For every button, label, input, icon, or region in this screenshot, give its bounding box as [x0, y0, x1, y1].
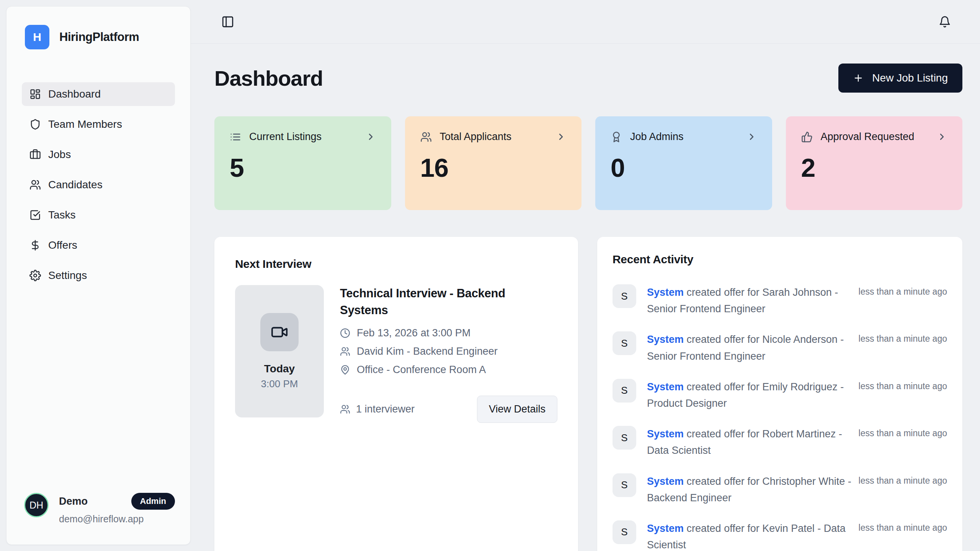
- sidebar-item-jobs[interactable]: Jobs: [22, 143, 175, 166]
- recent-activity-heading: Recent Activity: [612, 253, 947, 266]
- sidebar-item-candidates[interactable]: Candidates: [22, 173, 175, 197]
- brand: H HiringPlatform: [7, 7, 190, 49]
- activity-actor-link[interactable]: System: [647, 428, 684, 440]
- activity-avatar: S: [612, 331, 636, 355]
- stat-value: 0: [611, 153, 757, 183]
- sidebar-item-label: Dashboard: [48, 88, 101, 100]
- activity-timestamp: less than a minute ago: [859, 520, 947, 533]
- chevron-right-icon: [937, 132, 947, 142]
- users-icon: [29, 179, 41, 191]
- sidebar-item-label: Offers: [48, 239, 77, 251]
- activity-actor-link[interactable]: System: [647, 334, 684, 345]
- main-content: Dashboard New Job Listing Current Listin…: [191, 44, 980, 551]
- activity-actor-link[interactable]: System: [647, 523, 684, 534]
- thumbs-up-icon: [801, 131, 813, 143]
- sidebar-user[interactable]: DH Demo Admin demo@hireflow.app: [24, 493, 175, 525]
- brand-logo: H: [25, 25, 49, 49]
- video-icon: [260, 313, 299, 351]
- stat-label: Total Applicants: [440, 131, 512, 143]
- activity-timestamp: less than a minute ago: [859, 331, 947, 344]
- activity-actor-link[interactable]: System: [647, 381, 684, 393]
- stat-label: Job Admins: [630, 131, 684, 143]
- brand-name: HiringPlatform: [59, 30, 139, 44]
- activity-item: S System created offer for Emily Rodrigu…: [612, 379, 947, 412]
- sidebar-item-label: Candidates: [48, 179, 103, 191]
- interviewer-count: 1 interviewer: [340, 403, 415, 415]
- notifications-button[interactable]: [939, 16, 951, 28]
- chevron-right-icon: [746, 132, 757, 142]
- activity-timestamp: less than a minute ago: [859, 473, 947, 486]
- activity-timestamp: less than a minute ago: [859, 426, 947, 439]
- interview-datetime-row: Feb 13, 2026 at 3:00 PM: [340, 327, 557, 339]
- chevron-right-icon: [556, 132, 566, 142]
- chevron-right-icon: [366, 132, 376, 142]
- sidebar-item-label: Team Members: [48, 118, 122, 130]
- users-icon: [420, 131, 432, 143]
- sidebar: H HiringPlatform Dashboard Team Members …: [6, 6, 191, 545]
- sidebar-item-tasks[interactable]: Tasks: [22, 203, 175, 227]
- activity-avatar: S: [612, 426, 636, 450]
- dollar-icon: [29, 240, 41, 251]
- topbar: [191, 0, 980, 44]
- stat-value: 5: [230, 153, 376, 183]
- sidebar-item-dashboard[interactable]: Dashboard: [22, 82, 175, 106]
- stat-card-approval-requested[interactable]: Approval Requested 2: [786, 116, 963, 210]
- activity-item: S System created offer for Sarah Johnson…: [612, 284, 947, 317]
- view-details-button[interactable]: View Details: [477, 396, 557, 423]
- stat-label: Approval Requested: [821, 131, 915, 143]
- interview-candidate-row: David Kim - Backend Engineer: [340, 346, 557, 357]
- stat-value: 2: [801, 153, 947, 183]
- briefcase-icon: [29, 149, 41, 160]
- interview-title: Technical Interview - Backend Systems: [340, 285, 520, 319]
- layout-dashboard-icon: [29, 88, 41, 100]
- user-email: demo@hireflow.app: [59, 514, 175, 525]
- list-icon: [230, 131, 241, 143]
- activity-item: S System created offer for Robert Martin…: [612, 426, 947, 459]
- new-job-listing-button[interactable]: New Job Listing: [838, 64, 962, 93]
- shield-icon: [29, 119, 41, 130]
- sidebar-item-label: Tasks: [48, 209, 76, 221]
- user-name: Demo: [59, 496, 88, 507]
- users-icon: [340, 404, 350, 414]
- map-pin-icon: [340, 365, 350, 375]
- stat-label: Current Listings: [249, 131, 322, 143]
- activity-actor-link[interactable]: System: [647, 476, 684, 487]
- interview-location-row: Office - Conference Room A: [340, 364, 557, 376]
- stat-card-total-applicants[interactable]: Total Applicants 16: [405, 116, 582, 210]
- activity-item: S System created offer for Nicole Anders…: [612, 331, 947, 364]
- next-interview-heading: Next Interview: [235, 258, 557, 271]
- clock-icon: [340, 328, 350, 338]
- next-interview-card: Next Interview Today 3:00 PM Technical I…: [214, 237, 578, 551]
- activity-item: S System created offer for Kevin Patel -…: [612, 520, 947, 551]
- interview-date-tile: Today 3:00 PM: [235, 285, 324, 417]
- sidebar-item-offers[interactable]: Offers: [22, 233, 175, 257]
- activity-actor-link[interactable]: System: [647, 287, 684, 298]
- panel-left-icon: [221, 15, 234, 28]
- interview-time: 3:00 PM: [261, 378, 298, 390]
- sidebar-nav: Dashboard Team Members Jobs Candidates T…: [7, 82, 190, 287]
- activity-timestamp: less than a minute ago: [859, 379, 947, 391]
- stat-value: 16: [420, 153, 567, 183]
- bell-icon: [939, 16, 951, 28]
- gear-icon: [29, 270, 41, 281]
- interview-day: Today: [264, 363, 295, 375]
- sidebar-item-label: Jobs: [48, 148, 71, 161]
- activity-avatar: S: [612, 520, 636, 544]
- activity-item: S System created offer for Christopher W…: [612, 473, 947, 506]
- sidebar-item-settings[interactable]: Settings: [22, 264, 175, 287]
- recent-activity-card: Recent Activity S System created offer f…: [597, 237, 962, 551]
- sidebar-toggle-button[interactable]: [221, 15, 234, 28]
- activity-list: S System created offer for Sarah Johnson…: [612, 284, 947, 551]
- page-title: Dashboard: [214, 66, 323, 91]
- stat-card-job-admins[interactable]: Job Admins 0: [595, 116, 772, 210]
- users-icon: [340, 346, 350, 357]
- sidebar-item-team-members[interactable]: Team Members: [22, 112, 175, 136]
- stat-cards: Current Listings 5 Total Applicants 16: [214, 116, 962, 210]
- award-icon: [611, 131, 622, 143]
- stat-card-current-listings[interactable]: Current Listings 5: [214, 116, 391, 210]
- activity-timestamp: less than a minute ago: [859, 284, 947, 297]
- sidebar-item-label: Settings: [48, 269, 87, 282]
- activity-avatar: S: [612, 284, 636, 308]
- activity-avatar: S: [612, 379, 636, 403]
- avatar: DH: [24, 493, 49, 517]
